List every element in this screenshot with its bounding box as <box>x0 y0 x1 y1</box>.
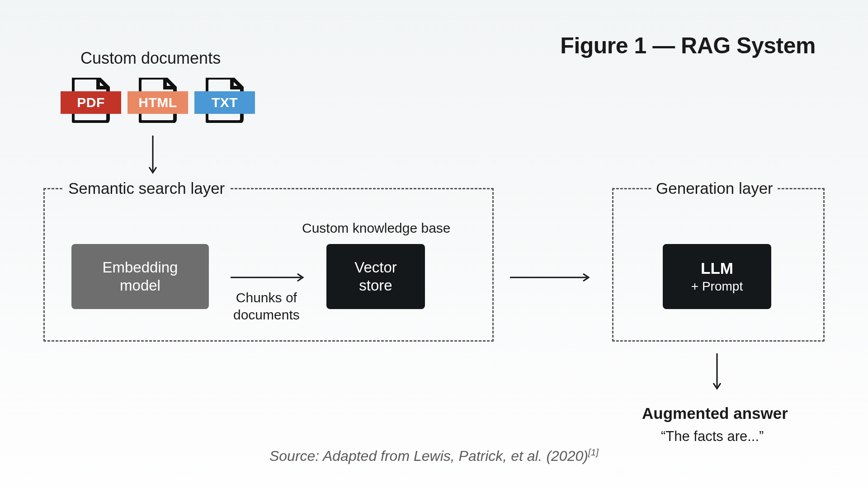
source-cite: [1] <box>588 447 599 457</box>
generation-layer-label: Generation layer <box>651 179 778 197</box>
custom-documents-heading: Custom documents <box>80 49 221 68</box>
chunks-label: Chunks of documents <box>233 289 300 323</box>
arrow-vector-to-llm <box>510 273 593 282</box>
document-icons-row: PDF HTML TXT <box>61 78 255 126</box>
source-citation: Source: Adapted from Lewis, Patrick, et … <box>269 447 599 465</box>
embedding-model-block: Embedding model <box>71 244 209 309</box>
arrow-down-docs-to-embedding <box>148 136 157 177</box>
chunks-line1: Chunks of <box>236 290 297 305</box>
arrow-embedding-to-vector <box>231 273 307 282</box>
source-text: Source: Adapted from Lewis, Patrick, et … <box>269 448 588 464</box>
augmented-answer-example: “The facts are...” <box>661 428 764 445</box>
llm-block: LLM + Prompt <box>663 244 771 309</box>
augmented-answer-title: Augmented answer <box>642 404 788 422</box>
embedding-line2: model <box>120 277 160 295</box>
arrow-llm-to-answer <box>712 353 722 393</box>
vector-line1: Vector <box>354 258 397 277</box>
document-pdf: PDF <box>61 78 121 126</box>
document-txt: TXT <box>194 78 255 126</box>
embedding-line1: Embedding <box>103 258 178 277</box>
pdf-badge: PDF <box>61 91 121 114</box>
txt-badge: TXT <box>194 91 255 114</box>
llm-title: LLM <box>701 259 733 278</box>
semantic-layer-label: Semantic search layer <box>64 179 229 197</box>
vector-store-block: Vector store <box>326 244 425 309</box>
llm-subtitle: + Prompt <box>691 279 743 294</box>
html-badge: HTML <box>127 91 188 114</box>
knowledge-base-label: Custom knowledge base <box>302 221 451 236</box>
vector-line2: store <box>359 277 392 295</box>
figure-title: Figure 1 — RAG System <box>560 33 816 59</box>
chunks-line2: documents <box>233 307 300 322</box>
document-html: HTML <box>127 78 188 126</box>
